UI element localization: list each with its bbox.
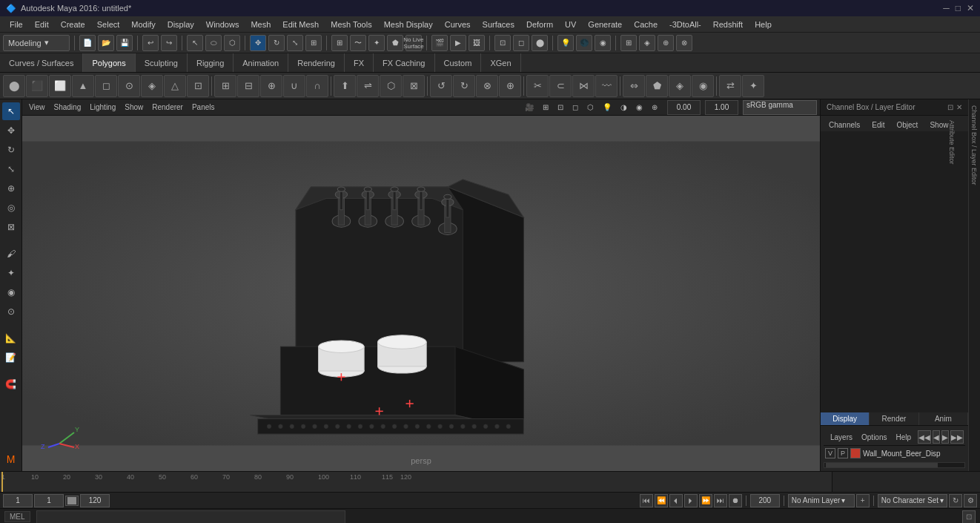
max-range-field[interactable]: 200 <box>750 494 780 507</box>
layers-menu-help[interactable]: Help <box>892 432 915 442</box>
shelf-pyramid[interactable]: △ <box>164 75 186 97</box>
menu-help[interactable]: Help <box>749 19 777 30</box>
char-set-btn[interactable]: ↻ <box>949 494 962 507</box>
workspace-dropdown[interactable]: Modeling ▾ <box>3 35 70 51</box>
anim-layer-btn[interactable]: + <box>856 494 870 507</box>
range-slider-thumb[interactable] <box>67 497 76 504</box>
transport-prev-frame[interactable]: ⏴ <box>669 494 683 507</box>
cb-float-button[interactable]: ⊡ <box>947 103 953 111</box>
mel-input[interactable] <box>36 510 346 524</box>
set-pivot[interactable]: ⊙ <box>2 303 20 320</box>
shelf-mirror[interactable]: ⇔ <box>623 75 645 97</box>
shelf-pipe[interactable]: ⊡ <box>187 75 209 97</box>
redo-button[interactable]: ↪ <box>161 35 177 51</box>
sculpt-button[interactable]: ✦ <box>2 264 20 282</box>
cb-close-button[interactable]: ✕ <box>956 103 962 111</box>
shelf-edge-ring[interactable]: ↻ <box>453 75 475 97</box>
transform-tool-button[interactable]: ⊞ <box>305 35 322 51</box>
menu-generate[interactable]: Generate <box>583 19 627 30</box>
ao-button[interactable]: ◉ <box>595 35 611 51</box>
status-icon[interactable]: ⊡ <box>962 510 976 524</box>
shelf-crease[interactable]: 〰 <box>595 75 618 97</box>
shelf-insert-loop[interactable]: ⊕ <box>499 75 521 97</box>
layer-ctrl-rewind[interactable]: ◀◀ <box>918 430 931 444</box>
tab-channels[interactable]: Channels <box>824 119 865 131</box>
lasso-select-button[interactable]: ⬭ <box>205 35 222 51</box>
vp-camera-btn[interactable]: 🎥 <box>521 102 537 112</box>
shelf-torus[interactable]: ⊙ <box>118 75 140 97</box>
render-button[interactable]: 🎬 <box>431 35 448 51</box>
shelf-bool-diff[interactable]: ∩ <box>306 75 328 97</box>
snap-grid-button[interactable]: ⊞ <box>331 35 348 51</box>
transport-next-frame[interactable]: ⏩ <box>699 494 712 507</box>
maximize-button[interactable]: □ <box>956 3 961 13</box>
shelf-reduce[interactable]: ◈ <box>669 75 691 97</box>
close-button[interactable]: ✕ <box>967 3 974 13</box>
rotate-tool-button[interactable]: ↻ <box>268 35 285 51</box>
layer-scrollbar-h[interactable] <box>824 462 965 468</box>
edge-label-attribute[interactable]: Attribute Editor <box>948 120 956 465</box>
shelf-smooth[interactable]: ⬟ <box>646 75 668 97</box>
shelf-bevel[interactable]: ⬡ <box>380 75 402 97</box>
shelf-combine[interactable]: ⊞ <box>214 75 236 97</box>
shelf-cube[interactable]: ⬛ <box>26 75 48 97</box>
menu-surfaces[interactable]: Surfaces <box>477 19 520 30</box>
extra-btn4[interactable]: ⊗ <box>676 35 692 51</box>
tab-edit[interactable]: Edit <box>867 119 890 131</box>
snap-curve-button[interactable]: 〜 <box>350 35 366 51</box>
vp-view-menu[interactable]: View <box>25 102 49 112</box>
extra-btn1[interactable]: ⊞ <box>620 35 637 51</box>
snap-point-button[interactable]: ✦ <box>368 35 385 51</box>
minimize-button[interactable]: ─ <box>943 3 950 13</box>
vp-ao-btn[interactable]: ◉ <box>632 102 646 112</box>
range-start-field[interactable]: 1 <box>34 494 64 507</box>
shelf-tab-sculpting[interactable]: Sculpting <box>136 53 188 72</box>
undo-button[interactable]: ↩ <box>142 35 159 51</box>
vp-light-btn[interactable]: 💡 <box>599 102 615 112</box>
menu-create[interactable]: Create <box>56 19 90 30</box>
vp-isolate-btn[interactable]: ⊡ <box>554 102 567 112</box>
menu-mesh-tools[interactable]: Mesh Tools <box>325 19 377 30</box>
shelf-extrude[interactable]: ⬆ <box>334 75 356 97</box>
tab-render[interactable]: Render <box>870 412 918 425</box>
layer-color-swatch[interactable] <box>850 448 861 458</box>
rotate-button[interactable]: ↻ <box>2 141 20 159</box>
annotation-button[interactable]: 📝 <box>2 349 20 366</box>
vp-panels-menu[interactable]: Panels <box>188 102 219 112</box>
move-tool-button[interactable]: ✥ <box>250 35 266 51</box>
shelf-weld[interactable]: ⋈ <box>572 75 595 97</box>
show-render-button[interactable]: 🖼 <box>469 35 485 51</box>
shelf-sphere[interactable]: ⬤ <box>3 75 25 97</box>
tab-display[interactable]: Display <box>821 412 870 425</box>
vp-renderer-menu[interactable]: Renderer <box>148 102 187 112</box>
shelf-plane[interactable]: ◻ <box>95 75 117 97</box>
anim-layer-dropdown[interactable]: No Anim Layer ▾ <box>788 494 855 507</box>
ipr-button[interactable]: ▶ <box>450 35 466 51</box>
lights-button[interactable]: 💡 <box>557 35 574 51</box>
extra-btn2[interactable]: ◈ <box>639 35 655 51</box>
shelf-cleanup[interactable]: ✦ <box>742 75 764 97</box>
shelf-prism[interactable]: ◈ <box>141 75 163 97</box>
live-surface-button[interactable]: No Live Surface <box>405 35 422 51</box>
layer-visibility-toggle[interactable]: V <box>825 448 835 458</box>
char-set-btn2[interactable]: ⚙ <box>964 494 977 507</box>
exposure-field[interactable]: 0.00 <box>667 100 701 115</box>
layer-ctrl-back[interactable]: ◀ <box>933 430 940 444</box>
tab-object[interactable]: Object <box>892 119 924 131</box>
shelf-tab-animation[interactable]: Animation <box>234 53 288 72</box>
shelf-tab-fx[interactable]: FX <box>345 53 374 72</box>
shelf-tab-custom[interactable]: Custom <box>435 53 482 72</box>
shelf-extract[interactable]: ⊕ <box>260 75 282 97</box>
scale-button[interactable]: ⤡ <box>2 160 20 178</box>
paint-select-button[interactable]: ⬡ <box>224 35 240 51</box>
menu-mesh-display[interactable]: Mesh Display <box>379 19 438 30</box>
shelf-tab-rendering[interactable]: Rendering <box>288 53 345 72</box>
scale-tool-button[interactable]: ⤡ <box>287 35 303 51</box>
menu-cache[interactable]: Cache <box>629 19 663 30</box>
extra-btn3[interactable]: ⊕ <box>658 35 674 51</box>
transport-rewind[interactable]: ⏮ <box>640 494 653 507</box>
vp-wire-btn[interactable]: ◻ <box>569 102 582 112</box>
soft-select[interactable]: ◎ <box>2 199 20 217</box>
move-button[interactable]: ✥ <box>2 122 20 139</box>
shelf-merge[interactable]: ⊂ <box>549 75 572 97</box>
